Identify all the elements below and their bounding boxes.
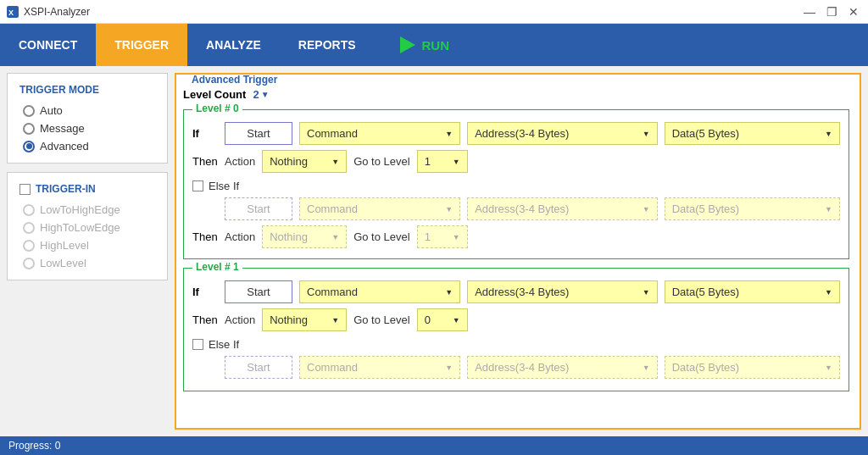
level-1-nothing-dropdown[interactable]: Nothing ▼ xyxy=(262,308,347,331)
level-0-else-data-label: Data(5 Bytes) xyxy=(672,203,739,215)
mode-message-label: Message xyxy=(40,122,85,135)
level-1-goto-value: 0 xyxy=(425,314,431,326)
run-label: RUN xyxy=(422,38,450,53)
level-0-else-start-button[interactable]: Start xyxy=(225,197,292,220)
level-1-command-label: Command xyxy=(307,286,358,298)
level-0-data-dropdown[interactable]: Data(5 Bytes) ▼ xyxy=(665,122,840,145)
progress-label: Progress: xyxy=(8,440,52,452)
app-icon: X xyxy=(7,6,19,18)
level-1-action-label: Action xyxy=(225,314,255,326)
level-1-else-if-label: Else If xyxy=(209,338,239,351)
level-1-else-command-dropdown[interactable]: Command ▼ xyxy=(299,356,460,379)
level-0-then-label: Then xyxy=(192,155,218,168)
level-0-if-label: If xyxy=(192,127,218,140)
mode-auto-label: Auto xyxy=(40,104,63,117)
mode-auto[interactable]: Auto xyxy=(23,104,155,117)
level-0-nothing-dropdown[interactable]: Nothing ▼ xyxy=(262,150,347,173)
level-1-box: Level # 1 If Start Command ▼ Address(3-4… xyxy=(183,268,849,391)
level-0-goto-label: Go to Level xyxy=(353,155,410,168)
highlevel-label: HighLevel xyxy=(40,239,89,252)
close-button[interactable]: ✕ xyxy=(846,4,861,19)
trigger-mode-title: TRIGGER MODE xyxy=(19,84,155,96)
trigger-in-box: TRIGGER-IN LowToHighEdge HighToLowEdge H… xyxy=(7,172,168,280)
tab-trigger[interactable]: TRIGGER xyxy=(96,24,187,66)
title-bar-controls: — ❐ ✕ xyxy=(802,4,861,19)
level-0-else-if-row: Else If xyxy=(192,180,840,192)
level-count-row: Level Count 2 ▼ xyxy=(183,88,849,101)
level-1-else-address-dropdown[interactable]: Address(3-4 Bytes) ▼ xyxy=(467,356,658,379)
level-0-else-command-dropdown[interactable]: Command ▼ xyxy=(299,197,460,220)
level-0-start-button[interactable]: Start xyxy=(225,122,292,145)
progress-value: 0 xyxy=(55,440,61,452)
mode-message[interactable]: Message xyxy=(23,122,155,135)
level-0-then-row: Then Action Nothing ▼ Go to Level 1 ▼ xyxy=(192,150,840,173)
level-0-address-label: Address(3-4 Bytes) xyxy=(475,127,569,140)
level-count-label: Level Count xyxy=(183,88,246,101)
level-1-address-dropdown[interactable]: Address(3-4 Bytes) ▼ xyxy=(467,280,658,303)
trigger-in-options: LowToHighEdge HighToLowEdge HighLevel Lo… xyxy=(19,203,155,269)
level-0-else-then-row: Then Action Nothing ▼ Go to Level 1 ▼ xyxy=(192,225,840,248)
level-1-else-start-button[interactable]: Start xyxy=(225,356,292,379)
level-0-else-nothing-dropdown[interactable]: Nothing ▼ xyxy=(262,225,347,248)
right-panel: Advanced Trigger Level Count 2 ▼ Level #… xyxy=(175,73,861,430)
trigger-in-checkbox[interactable] xyxy=(19,184,31,195)
trigger-in-lowtohigh[interactable]: LowToHighEdge xyxy=(23,203,155,216)
mode-advanced[interactable]: Advanced xyxy=(23,140,155,153)
title-bar: X XSPI-Analyzer — ❐ ✕ xyxy=(0,0,868,24)
level-0-if-row: If Start Command ▼ Address(3-4 Bytes) ▼ … xyxy=(192,122,840,145)
level-1-goto-label: Go to Level xyxy=(353,314,410,326)
level-0-else-data-dropdown[interactable]: Data(5 Bytes) ▼ xyxy=(665,197,840,220)
tab-connect[interactable]: CONNECT xyxy=(0,24,96,66)
radio-hightolow xyxy=(23,222,35,234)
level-count-dropdown[interactable]: 2 ▼ xyxy=(253,88,269,101)
level-1-else-data-dropdown[interactable]: Data(5 Bytes) ▼ xyxy=(665,356,840,379)
trigger-in-lowlevel[interactable]: LowLevel xyxy=(23,257,155,269)
level-0-goto-value: 1 xyxy=(425,155,431,168)
level-0-nothing-label: Nothing xyxy=(270,155,308,168)
trigger-in-highlevel[interactable]: HighLevel xyxy=(23,239,155,252)
level-0-else-if-label: Else If xyxy=(209,180,239,192)
level-1-goto-dropdown[interactable]: 0 ▼ xyxy=(417,308,468,331)
minimize-button[interactable]: — xyxy=(802,4,817,19)
tab-analyze[interactable]: ANALYZE xyxy=(187,24,280,66)
trigger-in-title-row: TRIGGER-IN xyxy=(19,183,155,195)
advanced-trigger-title: Advanced Trigger xyxy=(188,74,281,86)
level-1-else-data-label: Data(5 Bytes) xyxy=(672,361,739,374)
trigger-in-label: TRIGGER-IN xyxy=(36,183,96,195)
level-0-goto-dropdown[interactable]: 1 ▼ xyxy=(417,150,468,173)
nav-bar: CONNECT TRIGGER ANALYZE REPORTS RUN xyxy=(0,24,868,66)
maximize-button[interactable]: ❐ xyxy=(824,4,839,19)
level-count-arrow: ▼ xyxy=(261,90,270,99)
level-0-else-address-label: Address(3-4 Bytes) xyxy=(475,203,569,215)
level-0-command-dropdown[interactable]: Command ▼ xyxy=(299,122,460,145)
level-1-start-button[interactable]: Start xyxy=(225,280,292,303)
level-0-else-goto-value: 1 xyxy=(425,230,431,243)
trigger-in-hightolow[interactable]: HighToLowEdge xyxy=(23,221,155,234)
scroll-area[interactable]: Level Count 2 ▼ Level # 0 If Start Comma… xyxy=(183,81,853,421)
tab-reports[interactable]: REPORTS xyxy=(280,24,375,66)
goto-caret: ▼ xyxy=(453,158,460,166)
level-1-data-dropdown[interactable]: Data(5 Bytes) ▼ xyxy=(665,280,840,303)
level-0-else-nothing-label: Nothing xyxy=(270,230,308,243)
data-caret: ▼ xyxy=(825,130,832,138)
level-0-else-checkbox[interactable] xyxy=(192,180,203,191)
level-1-data-label: Data(5 Bytes) xyxy=(672,286,739,298)
lowtohigh-label: LowToHighEdge xyxy=(40,203,120,216)
level-0-action-label: Action xyxy=(225,155,255,168)
lowlevel-label: LowLevel xyxy=(40,257,86,269)
level-1-else-checkbox[interactable] xyxy=(192,339,203,350)
level-0-box: Level # 0 If Start Command ▼ Address(3-4… xyxy=(183,109,849,259)
level-0-else-address-dropdown[interactable]: Address(3-4 Bytes) ▼ xyxy=(467,197,658,220)
radio-lowtohigh xyxy=(23,204,35,216)
level-1-command-dropdown[interactable]: Command ▼ xyxy=(299,280,460,303)
level-0-else-action-label: Action xyxy=(225,230,255,243)
main-content: TRIGGER MODE Auto Message Advanced xyxy=(0,66,868,436)
radio-advanced xyxy=(23,141,35,153)
run-button[interactable]: RUN xyxy=(400,36,450,53)
level-0-command-label: Command xyxy=(307,127,358,140)
mode-advanced-label: Advanced xyxy=(40,140,89,153)
level-1-title: Level # 1 xyxy=(192,261,242,273)
level-0-address-dropdown[interactable]: Address(3-4 Bytes) ▼ xyxy=(467,122,658,145)
radio-lowlevel xyxy=(23,258,35,269)
level-0-else-goto-dropdown[interactable]: 1 ▼ xyxy=(417,225,468,248)
